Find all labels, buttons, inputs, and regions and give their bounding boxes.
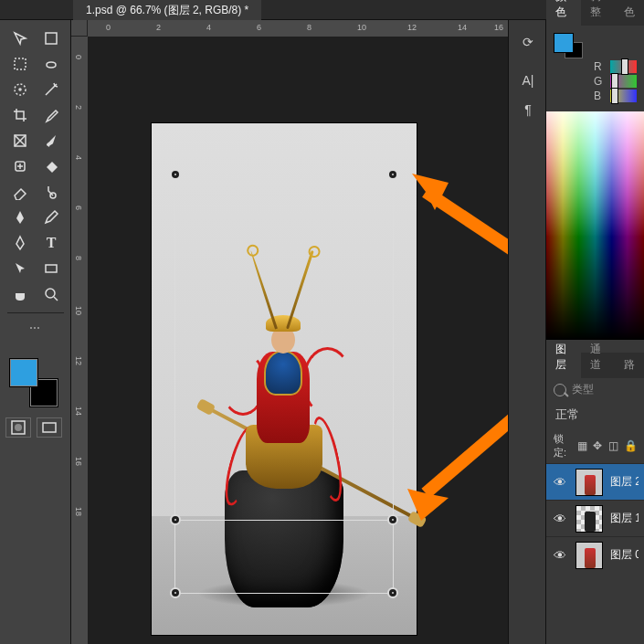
svg-line-12: [426, 192, 508, 283]
slider-b[interactable]: [610, 90, 637, 102]
tab-adjust[interactable]: 调整: [581, 0, 616, 26]
pen-curvature-tool[interactable]: [5, 232, 35, 254]
artboard-tool[interactable]: [37, 27, 66, 49]
blend-mode-select[interactable]: 正常: [546, 401, 644, 428]
ruler-origin[interactable]: [71, 20, 88, 37]
hand-tool[interactable]: [5, 283, 35, 305]
ruler-tick: 16: [494, 23, 503, 32]
frame-tool[interactable]: [5, 130, 35, 152]
lock-pixels-icon[interactable]: ▦: [577, 439, 587, 452]
visibility-eye-icon[interactable]: 👁: [552, 512, 568, 526]
crop-tool[interactable]: [5, 104, 35, 126]
slider-r[interactable]: [610, 60, 637, 73]
move-tool[interactable]: [5, 27, 35, 49]
svg-rect-7: [46, 265, 57, 272]
marquee-tool[interactable]: [5, 53, 35, 75]
svg-point-3: [19, 89, 21, 90]
more-tools-icon[interactable]: ⋯: [29, 322, 40, 334]
ruler-tick: 14: [458, 23, 467, 32]
layer-row[interactable]: 👁 图层 1: [546, 500, 644, 536]
color-panel-body: R G B: [546, 26, 644, 102]
transform-handle[interactable]: [387, 587, 398, 598]
collapsed-panels-strip: ⟳ A| ¶: [508, 20, 546, 644]
ruler-vertical[interactable]: 0 2 4 6 8 10 12 14 16 18: [71, 37, 88, 644]
layer-filter-row[interactable]: 类型: [546, 378, 644, 401]
zoom-tool[interactable]: [37, 283, 66, 305]
transform-handle[interactable]: [170, 587, 181, 598]
visibility-eye-icon[interactable]: 👁: [552, 475, 568, 490]
path-select-tool[interactable]: [5, 258, 35, 280]
tab-channels[interactable]: 通道: [581, 336, 616, 378]
lock-artboard-icon[interactable]: ◫: [608, 439, 618, 452]
eraser-tool[interactable]: [5, 181, 35, 203]
document-tab[interactable]: 1.psd @ 66.7% (图层 2, RGB/8) *: [73, 0, 261, 20]
layer-row[interactable]: 👁 图层 2: [546, 463, 644, 500]
tab-swatches[interactable]: 色: [615, 0, 644, 26]
lock-all-icon[interactable]: 🔒: [624, 439, 637, 452]
layer-name[interactable]: 图层 1: [610, 511, 639, 526]
paint-bucket-tool[interactable]: [37, 155, 66, 177]
pencil-tool[interactable]: [37, 206, 66, 228]
ruler-horizontal[interactable]: 0 2 4 6 8 10 12 14 16: [88, 20, 508, 37]
ruler-tick: 8: [74, 256, 83, 260]
quickmask-standard[interactable]: [5, 417, 31, 438]
color-spectrum[interactable]: [546, 111, 644, 340]
transform-handle[interactable]: [387, 169, 398, 180]
brush-tool[interactable]: [37, 130, 66, 152]
magic-wand-tool[interactable]: [37, 79, 66, 100]
slider-knob[interactable]: [611, 88, 618, 104]
svg-marker-13: [412, 174, 449, 210]
svg-point-10: [15, 424, 22, 431]
paragraph-panel-icon[interactable]: ¶: [509, 97, 547, 122]
eyedropper-tool[interactable]: [37, 104, 66, 126]
ruler-tick: 6: [257, 23, 261, 32]
history-panel-icon[interactable]: ⟳: [509, 29, 547, 55]
lasso-tool[interactable]: [37, 53, 66, 75]
mini-fg-swatch[interactable]: [554, 33, 574, 53]
layer-thumb[interactable]: [575, 505, 603, 533]
slider-g[interactable]: [610, 75, 637, 88]
ruler-tick: 12: [407, 23, 417, 32]
color-swatches[interactable]: [9, 358, 62, 404]
layers-panel-tabs: 图层 通道 路: [546, 353, 644, 378]
transform-handle[interactable]: [387, 514, 398, 525]
shape-tool[interactable]: [37, 258, 66, 280]
type-tool[interactable]: T: [37, 232, 66, 254]
ruler-tick: 14: [74, 406, 83, 416]
svg-rect-1: [15, 58, 26, 69]
channel-label-g: G: [594, 75, 605, 88]
document-viewport: 0 2 4 6 8 10 12 14 16 0 2 4 6 8 10 12 14…: [71, 20, 508, 644]
ruler-tick: 10: [74, 306, 83, 315]
mini-swatches[interactable]: [554, 33, 585, 58]
ruler-tick: 4: [206, 23, 211, 32]
ruler-tick: 8: [307, 23, 311, 32]
layer-lock-row: 锁定: ▦ ✥ ◫ 🔒: [546, 428, 644, 463]
canvas-stage[interactable]: [88, 37, 508, 644]
transform-handle[interactable]: [170, 514, 181, 525]
tab-layers[interactable]: 图层: [546, 336, 581, 378]
lock-position-icon[interactable]: ✥: [593, 439, 603, 452]
tools-panel: T ⋯: [0, 20, 71, 644]
tab-color[interactable]: 颜色: [546, 0, 581, 26]
history-brush-tool[interactable]: [37, 181, 66, 203]
character-panel-icon[interactable]: A|: [509, 68, 547, 93]
slider-knob[interactable]: [621, 58, 628, 75]
visibility-eye-icon[interactable]: 👁: [552, 548, 568, 563]
layer-row[interactable]: 👁 图层 0: [546, 536, 644, 573]
ruler-tick: 10: [357, 23, 366, 32]
layer-thumb[interactable]: [575, 542, 603, 569]
fg-color-swatch[interactable]: [9, 358, 38, 387]
layer-name[interactable]: 图层 0: [610, 547, 639, 563]
tab-paths[interactable]: 路: [615, 352, 644, 378]
quick-select-tool[interactable]: [5, 79, 35, 100]
screenmode-toggle[interactable]: [37, 417, 62, 438]
pen-tool[interactable]: [5, 206, 35, 228]
layer-name[interactable]: 图层 2: [610, 474, 639, 490]
transform-box-inner[interactable]: [174, 174, 394, 521]
layer-thumb[interactable]: [575, 469, 603, 496]
transform-handle[interactable]: [170, 169, 181, 180]
svg-point-2: [15, 84, 26, 95]
layer-filter-type[interactable]: 类型: [572, 382, 594, 397]
spot-heal-tool[interactable]: [5, 155, 35, 177]
svg-rect-11: [43, 423, 56, 432]
